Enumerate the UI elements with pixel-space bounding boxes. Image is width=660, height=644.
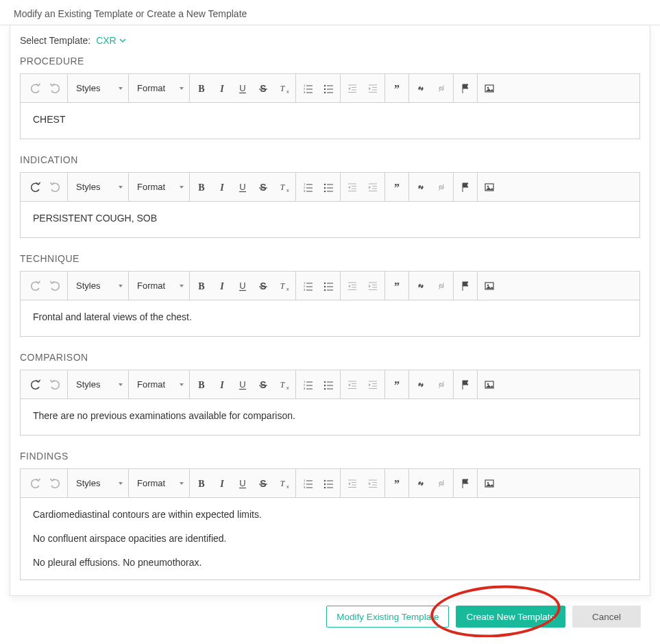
image-button[interactable] (479, 177, 500, 198)
editor-content[interactable]: PERSISTENT COUGH, SOB (21, 202, 639, 237)
ordered-list-button[interactable] (297, 177, 318, 198)
unlink-button (431, 473, 452, 494)
editor-content[interactable]: CHEST (21, 103, 639, 139)
undo-button[interactable] (25, 177, 45, 198)
italic-button[interactable] (212, 276, 232, 296)
section-label: COMPARISON (20, 352, 640, 363)
unordered-list-button[interactable] (318, 276, 339, 296)
indent-button (363, 78, 383, 99)
format-dropdown[interactable]: Format (130, 78, 188, 99)
ordered-list-button[interactable] (297, 276, 318, 296)
image-button[interactable] (479, 78, 500, 99)
clear-format-button[interactable] (273, 473, 294, 494)
outdent-button (342, 276, 363, 296)
clear-format-button[interactable] (273, 276, 294, 296)
anchor-flag-button[interactable] (455, 177, 476, 198)
caret-down-icon (119, 383, 123, 386)
clear-format-button[interactable] (273, 177, 294, 198)
anchor-flag-button[interactable] (455, 78, 476, 99)
styles-dropdown-label: Styles (76, 478, 100, 488)
select-template-dropdown[interactable]: CXR (96, 35, 126, 46)
styles-dropdown[interactable]: Styles (69, 374, 127, 395)
page-title: Modify an Existing Template or Create a … (0, 0, 660, 25)
modify-existing-template-button[interactable]: Modify Existing Template (326, 606, 449, 628)
format-dropdown[interactable]: Format (130, 374, 188, 395)
bold-button[interactable] (191, 374, 212, 395)
unordered-list-button[interactable] (318, 78, 339, 99)
link-button[interactable] (411, 276, 431, 296)
underline-button[interactable] (232, 276, 253, 296)
caret-down-icon (119, 87, 123, 90)
blockquote-button[interactable] (387, 374, 407, 395)
editor-content[interactable]: There are no previous examinations avail… (21, 399, 639, 435)
caret-down-icon (119, 285, 123, 287)
underline-button[interactable] (232, 78, 253, 99)
bold-button[interactable] (191, 78, 212, 99)
undo-button[interactable] (25, 374, 45, 395)
italic-button[interactable] (212, 473, 232, 494)
editor-content[interactable]: Frontal and lateral views of the chest. (21, 300, 639, 336)
image-button[interactable] (479, 374, 500, 395)
anchor-flag-button[interactable] (455, 374, 476, 395)
italic-button[interactable] (212, 177, 232, 198)
ordered-list-button[interactable] (297, 473, 318, 494)
section-indication: INDICATIONStylesFormatPERSISTENT COUGH, … (20, 154, 640, 238)
ordered-list-button[interactable] (297, 78, 318, 99)
blockquote-button[interactable] (387, 276, 407, 296)
editor-toolbar: StylesFormat (21, 272, 639, 300)
blockquote-button[interactable] (387, 78, 407, 99)
strike-button[interactable] (253, 78, 273, 99)
section-procedure: PROCEDUREStylesFormatCHEST (20, 56, 640, 139)
italic-button[interactable] (212, 78, 232, 99)
styles-dropdown-label: Styles (76, 379, 100, 390)
styles-dropdown-label: Styles (76, 83, 100, 93)
create-new-template-button[interactable]: Create New Template (456, 606, 565, 628)
bold-button[interactable] (191, 177, 212, 198)
clear-format-button[interactable] (273, 78, 294, 99)
strike-button[interactable] (253, 177, 273, 198)
section-technique: TECHNIQUEStylesFormatFrontal and lateral… (20, 253, 640, 337)
italic-button[interactable] (212, 374, 232, 395)
blockquote-button[interactable] (387, 177, 407, 198)
styles-dropdown[interactable]: Styles (69, 78, 127, 99)
unordered-list-button[interactable] (318, 177, 339, 198)
editor-content[interactable]: Cardiomediastinal contours are within ex… (21, 498, 639, 580)
strike-button[interactable] (253, 276, 273, 296)
styles-dropdown[interactable]: Styles (69, 177, 127, 198)
editor-line: Cardiomediastinal contours are within ex… (33, 508, 627, 522)
image-button[interactable] (479, 276, 500, 296)
bold-button[interactable] (191, 276, 212, 296)
rich-text-editor: StylesFormatCardiomediastinal contours a… (20, 468, 640, 580)
editor-toolbar: StylesFormat (21, 370, 639, 399)
select-template-value: CXR (96, 35, 117, 46)
link-button[interactable] (411, 177, 431, 198)
caret-down-icon (119, 186, 123, 189)
redo-button (45, 177, 66, 198)
strike-button[interactable] (253, 374, 273, 395)
underline-button[interactable] (232, 473, 253, 494)
strike-button[interactable] (253, 473, 273, 494)
ordered-list-button[interactable] (297, 374, 318, 395)
link-button[interactable] (411, 78, 431, 99)
clear-format-button[interactable] (273, 374, 294, 395)
styles-dropdown[interactable]: Styles (69, 276, 127, 296)
bold-button[interactable] (191, 473, 212, 494)
image-button[interactable] (479, 473, 500, 494)
format-dropdown[interactable]: Format (130, 473, 188, 494)
unordered-list-button[interactable] (318, 473, 339, 494)
editor-line: No pleural effusions. No pneumothorax. (33, 556, 627, 570)
anchor-flag-button[interactable] (455, 473, 476, 494)
undo-button (25, 473, 45, 494)
format-dropdown[interactable]: Format (130, 276, 188, 296)
link-button[interactable] (411, 473, 431, 494)
format-dropdown[interactable]: Format (130, 177, 188, 198)
underline-button[interactable] (232, 177, 253, 198)
link-button[interactable] (411, 374, 431, 395)
underline-button[interactable] (232, 374, 253, 395)
cancel-button[interactable]: Cancel (572, 606, 641, 628)
outdent-button (342, 374, 363, 395)
styles-dropdown[interactable]: Styles (69, 473, 127, 494)
unordered-list-button[interactable] (318, 374, 339, 395)
blockquote-button[interactable] (387, 473, 407, 494)
anchor-flag-button[interactable] (455, 276, 476, 296)
